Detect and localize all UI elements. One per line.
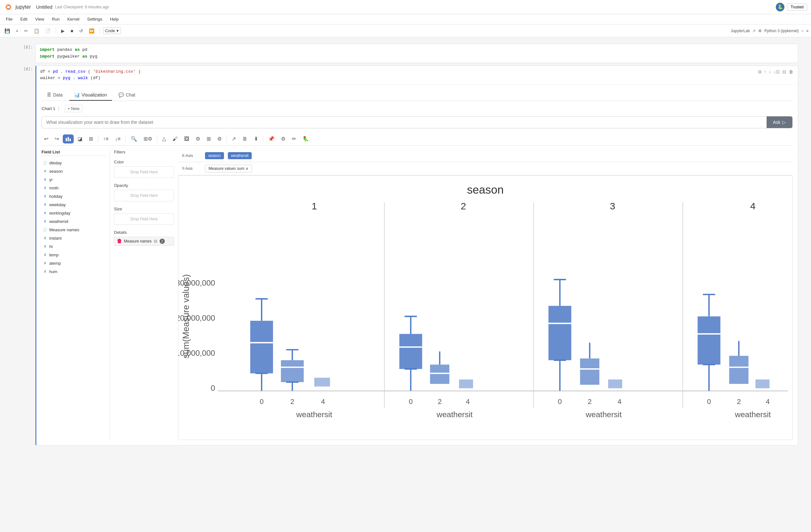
ask-input[interactable] (42, 116, 767, 128)
zoom-button[interactable]: 🔍 (128, 134, 140, 143)
run-button[interactable]: ▶ (59, 27, 67, 34)
move-down-button[interactable]: ↓ (768, 68, 772, 75)
menu-view[interactable]: View (32, 15, 47, 23)
tab-visualization[interactable]: 📊 Visualization (69, 90, 112, 101)
stop-button[interactable]: ■ (68, 27, 75, 34)
svg-rect-65 (608, 379, 623, 388)
export-button[interactable]: ↗ (229, 134, 239, 143)
color-drop-zone[interactable]: Drop Field Here (114, 166, 174, 178)
y-axis-label: Y-Axis (182, 166, 201, 171)
chip-delete-icon[interactable]: 🗑 (117, 238, 122, 244)
restart-run-button[interactable]: ⏩ (87, 27, 96, 34)
pin-button[interactable]: 📌 (265, 134, 277, 143)
opacity-drop-zone[interactable]: Drop Field Here (114, 190, 174, 201)
svg-text:4: 4 (750, 201, 756, 211)
delete-cell-button[interactable]: 🗑 (788, 68, 794, 75)
kernel-status-icon: ⚙ (758, 29, 762, 33)
field-measure-names[interactable]: 📄 Measure names ⋮ (42, 225, 106, 234)
menu-dots-icon[interactable]: ≡ (806, 29, 808, 33)
menu-kernel[interactable]: Kernel (64, 15, 83, 23)
pencil-button[interactable]: ✏ (289, 134, 299, 143)
field-temp[interactable]: # temp ⋮ (42, 251, 106, 259)
field-season[interactable]: # season ⋮ (42, 167, 106, 175)
opacity-section: Opacity Drop Field Here (114, 183, 174, 201)
field-hr[interactable]: # hr ⋮ (42, 242, 106, 251)
field-dteday[interactable]: 📄 dteday ⋮ (42, 159, 106, 167)
paste-button[interactable]: 📄 (43, 27, 52, 34)
copy-cell-button[interactable]: ⧉ (758, 68, 762, 75)
config-button[interactable]: ⚙ (215, 134, 224, 143)
brush-button[interactable]: 🖌 (170, 135, 180, 143)
menu-settings[interactable]: Settings (84, 15, 106, 23)
tab-chat[interactable]: 💬 Chat (113, 90, 141, 101)
menu-file[interactable]: File (3, 15, 16, 23)
temp-type-icon: # (43, 253, 47, 257)
sort-desc-button[interactable]: ↓≡ (112, 135, 123, 143)
field-mnth[interactable]: # mnth ⋮ (42, 184, 106, 192)
chip-badge: 2 (159, 239, 165, 244)
pin-settings-button[interactable]: ⚙ (278, 134, 288, 143)
field-workingday[interactable]: # workingday ⋮ (42, 209, 106, 217)
layer-button[interactable]: ⊞ (86, 134, 95, 143)
menu-help[interactable]: Help (107, 15, 122, 23)
restart-button[interactable]: ↺ (77, 27, 85, 34)
field-hum[interactable]: # hum ⋮ (42, 267, 106, 276)
field-weekday[interactable]: # weekday ⋮ (42, 200, 106, 209)
svg-text:3: 3 (610, 201, 615, 211)
download-button[interactable]: ↓⊡ (773, 68, 780, 75)
x-chip-season[interactable]: season (205, 152, 224, 159)
field-instant[interactable]: # instant ⋮ (42, 234, 106, 242)
field-yr[interactable]: # yr ⋮ (42, 175, 106, 184)
table-button[interactable]: ⊞ (204, 134, 213, 143)
str-csv: 'bikesharing.csv' (93, 69, 136, 74)
app-name: jupyter (15, 4, 31, 10)
size-section: Size Drop Field Here (114, 206, 174, 225)
y-chip-measure-values[interactable]: Measure values sum ∨ (205, 165, 252, 172)
download-data-button[interactable]: ⬇ (251, 134, 261, 143)
image-settings-button[interactable]: ⚙ (193, 134, 203, 143)
redo-button[interactable]: ↪ (52, 134, 61, 143)
fn-pd: pd (53, 69, 58, 74)
menu-edit[interactable]: Edit (17, 15, 31, 23)
new-chart-button[interactable]: + New (65, 105, 82, 112)
tab-data[interactable]: 🗄 Data (42, 90, 68, 101)
jupyterlab-label[interactable]: JupyterLab (731, 29, 750, 33)
sort-asc-button[interactable]: ↑≡ (101, 135, 111, 143)
cell-settings-button[interactable]: ⊟ (782, 68, 787, 75)
svg-text:season: season (467, 183, 504, 196)
canvas-settings-button[interactable]: ⊞⚙ (141, 134, 155, 143)
copy-button[interactable]: 📋 (32, 27, 41, 34)
cell-type-select[interactable]: Code ▾ (103, 27, 121, 34)
scatter-chart-button[interactable]: ◪ (75, 134, 85, 143)
trusted-button[interactable]: Trusted (787, 3, 807, 11)
triangle-button[interactable]: △ (159, 134, 169, 143)
paren-1: ( (88, 69, 90, 74)
save-button[interactable]: 💾 (3, 27, 12, 34)
color-title: Color (114, 159, 174, 165)
image-button[interactable]: 🖼 (182, 135, 192, 143)
move-up-button[interactable]: ↑ (763, 68, 767, 75)
chip-settings-icon[interactable]: ⚙ (153, 239, 158, 244)
cut-button[interactable]: ✂ (22, 27, 30, 34)
details-title: Details (114, 230, 174, 235)
ask-button[interactable]: Ask ▷ (767, 116, 792, 128)
bar-chart-button[interactable] (63, 135, 74, 143)
cell-2-output-cell: df = pd . read_csv ( 'bikesharing.csv' )… (35, 66, 798, 445)
measure-names-detail-chip[interactable]: 🗑 Measure names ⚙ 2 (114, 237, 174, 246)
chat-tab-icon: 💬 (119, 92, 124, 97)
x-chip-weathersit[interactable]: weathersit (228, 152, 252, 159)
add-cell-button[interactable]: + (14, 27, 20, 34)
chart-title: Chart 1 ⋮ (42, 106, 61, 111)
menu-run[interactable]: Run (49, 15, 63, 23)
svg-rect-33 (281, 360, 304, 382)
field-atemp[interactable]: # atemp ⋮ (42, 259, 106, 267)
chart-title-menu-icon[interactable]: ⋮ (57, 106, 61, 111)
parrot-button[interactable]: 🦜 (300, 134, 311, 143)
toolbar-sep-2 (100, 28, 100, 34)
export-image-button[interactable]: 🗎 (240, 135, 250, 143)
filters-title: Filters (114, 150, 174, 154)
field-holiday[interactable]: # holiday ⋮ (42, 192, 106, 200)
size-drop-zone[interactable]: Drop Field Here (114, 213, 174, 225)
field-weathersit[interactable]: # weathersit ⋮ (42, 217, 106, 225)
undo-button[interactable]: ↩ (42, 134, 51, 143)
